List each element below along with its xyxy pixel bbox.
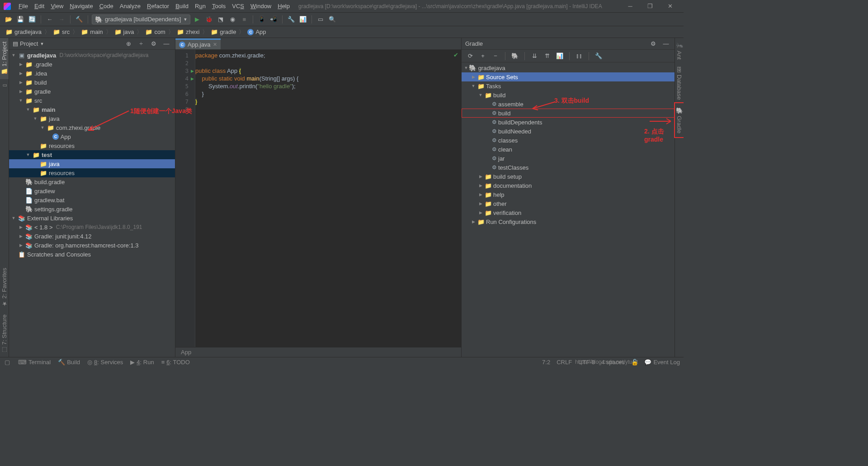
forward-button[interactable]: →: [57, 14, 66, 24]
status-event-log[interactable]: 💬Event Log: [644, 359, 680, 366]
status-build[interactable]: 🔨Build: [58, 359, 80, 366]
sync-button[interactable]: 🔄: [27, 14, 37, 24]
tree-app-class[interactable]: C App: [9, 132, 175, 141]
close-tab-icon[interactable]: ✕: [213, 42, 217, 48]
lock-icon[interactable]: 🔓: [631, 359, 638, 366]
gradle-offline-button[interactable]: ⫿⫿: [574, 51, 584, 61]
menu-run[interactable]: Run: [192, 2, 209, 10]
gradle-dependencies-button[interactable]: 📊: [555, 51, 565, 61]
expand-all-button[interactable]: ÷: [136, 39, 146, 49]
run-config-label: gradlejava [buildDependents]: [105, 16, 181, 23]
project-structure-button[interactable]: 📊: [298, 14, 308, 24]
stop-button[interactable]: ■: [239, 14, 249, 24]
editor: C App.java ✕ 1 2 3▶ 4▶ 5 6 7 8 package c…: [175, 38, 461, 357]
gradle-remove-button[interactable]: −: [491, 51, 500, 61]
code-editor[interactable]: package com.zhexi.gradle; public class A…: [195, 50, 461, 347]
tool-tab-favorites[interactable]: ★2: Favorites: [0, 264, 9, 311]
menu-vcs[interactable]: VCS: [229, 2, 247, 10]
tool-tab-project[interactable]: 📁1: Project: [0, 38, 9, 79]
run-marker-icon[interactable]: ▶: [191, 76, 194, 81]
run-button[interactable]: ▶: [192, 14, 202, 24]
menu-code[interactable]: Code: [96, 2, 117, 10]
editor-gutter[interactable]: 1 2 3▶ 4▶ 5 6 7 8: [175, 50, 195, 347]
title-bar: File Edit View Navigate Code Analyze Ref…: [0, 0, 684, 13]
gradle-hide-button[interactable]: —: [661, 39, 671, 49]
project-tree[interactable]: ▼▣gradlejava D:\work\workspace\gradle\gr…: [9, 50, 175, 357]
crumb-main[interactable]: 📁main: [79, 28, 104, 36]
menu-window[interactable]: Window: [247, 2, 274, 10]
window-minimize[interactable]: ─: [620, 0, 640, 13]
tool-tab-structure[interactable]: ⬚7: Structure: [0, 311, 9, 357]
project-view-selector[interactable]: ▤Project▼: [13, 40, 44, 47]
status-terminal[interactable]: ⌨Terminal: [18, 359, 51, 366]
chevron-down-icon: ▼: [183, 17, 187, 22]
gradle-wrench-button[interactable]: 🔧: [594, 51, 604, 61]
gradle-tree[interactable]: ▼🐘 gradlejava ▶📁Source Sets ▼📁Tasks ▼📁bu…: [462, 62, 675, 357]
window-maximize[interactable]: ❐: [640, 0, 660, 13]
window-close[interactable]: ✕: [660, 0, 680, 13]
gradle-task-build[interactable]: ⚙build: [462, 109, 675, 118]
build-button[interactable]: 🔨: [74, 14, 84, 24]
status-todo[interactable]: ≡6: TODO: [161, 359, 190, 366]
panel-hide-button[interactable]: —: [161, 39, 171, 49]
run-configuration-selector[interactable]: 🐘 gradlejava [buildDependents] ▼: [92, 14, 190, 24]
back-button[interactable]: ←: [45, 14, 55, 24]
avd-button[interactable]: 📲: [269, 14, 278, 24]
crumb-app[interactable]: CApp: [245, 28, 268, 36]
menu-tools[interactable]: Tools: [209, 2, 229, 10]
left-tool-gutter: 📁1: Project ▭ ★2: Favorites ⬚7: Structur…: [0, 38, 9, 357]
encoding[interactable]: UTF-8: [578, 359, 595, 366]
debug-button[interactable]: 🐞: [204, 14, 214, 24]
right-tool-gutter: 🐜Ant 🗄Database 🐘Gradle: [675, 38, 684, 357]
save-button[interactable]: 💾: [15, 14, 25, 24]
gradle-add-button[interactable]: +: [478, 51, 488, 61]
settings-wrench-icon[interactable]: 🔧: [286, 14, 296, 24]
tool-tab-gradle[interactable]: 🐘Gradle: [675, 103, 684, 137]
window-title-path: gradlejava [D:\work\workspace\gradle\gra…: [298, 3, 620, 10]
gradle-collapse-button[interactable]: ⇈: [542, 51, 552, 61]
crumb-zhexi[interactable]: 📁zhexi: [175, 28, 201, 36]
tool-tab-empty[interactable]: ▭: [0, 79, 9, 92]
status-run[interactable]: ▶4: Run: [130, 359, 154, 366]
menu-help[interactable]: Help: [274, 2, 293, 10]
coverage-button[interactable]: ⬔: [216, 14, 226, 24]
menu-view[interactable]: View: [47, 2, 66, 10]
open-button[interactable]: 📂: [4, 14, 14, 24]
panel-settings-button[interactable]: ⚙: [149, 39, 159, 49]
indent[interactable]: 4 spaces: [601, 359, 625, 366]
search-button[interactable]: 🔍: [327, 14, 337, 24]
run-marker-icon[interactable]: ▶: [191, 69, 194, 73]
line-separator[interactable]: CRLF: [557, 359, 572, 366]
status-services[interactable]: ◎8: Services: [87, 359, 123, 366]
editor-tab-app[interactable]: C App.java ✕: [175, 38, 221, 49]
crumb-com[interactable]: 📁com: [143, 28, 167, 36]
menu-file[interactable]: File: [15, 2, 31, 10]
crumb-java[interactable]: 📁java: [113, 28, 136, 36]
menu-navigate[interactable]: Navigate: [66, 2, 96, 10]
gradle-expand-button[interactable]: ⇊: [529, 51, 539, 61]
gradle-execute-button[interactable]: 🐘: [510, 51, 520, 61]
gradle-settings-button[interactable]: ⚙: [648, 39, 658, 49]
gradle-toolbar: ⟳ + − 🐘 ⇊ ⇈ 📊 ⫿⫿ 🔧: [462, 50, 675, 62]
gradle-refresh-button[interactable]: ⟳: [465, 51, 475, 61]
inspection-ok-icon[interactable]: ✔: [453, 52, 458, 58]
tree-test-java[interactable]: 📁java: [9, 159, 175, 168]
crumb-project[interactable]: 📁gradlejava: [4, 28, 43, 36]
crumb-gradle[interactable]: 📁gradle: [209, 28, 238, 36]
crumb-src[interactable]: 📁src: [51, 28, 71, 36]
menu-edit[interactable]: Edit: [31, 2, 47, 10]
gradle-source-sets[interactable]: ▶📁Source Sets: [462, 72, 675, 81]
select-opened-file-button[interactable]: ⊕: [123, 39, 133, 49]
tool-tab-ant[interactable]: 🐜Ant: [675, 38, 684, 63]
menu-refactor[interactable]: Refactor: [144, 2, 172, 10]
editor-breadcrumb[interactable]: App: [175, 347, 461, 357]
tool-window-toggle[interactable]: ▢: [4, 359, 11, 366]
attach-button[interactable]: 📱: [257, 14, 267, 24]
sdk-button[interactable]: ▭: [316, 14, 326, 24]
cursor-position[interactable]: 7:2: [542, 359, 550, 366]
class-icon: C: [247, 29, 254, 35]
menu-build[interactable]: Build: [172, 2, 192, 10]
profile-button[interactable]: ◉: [227, 14, 237, 24]
tool-tab-database[interactable]: 🗄Database: [675, 63, 684, 104]
menu-analyze[interactable]: Analyze: [117, 2, 144, 10]
